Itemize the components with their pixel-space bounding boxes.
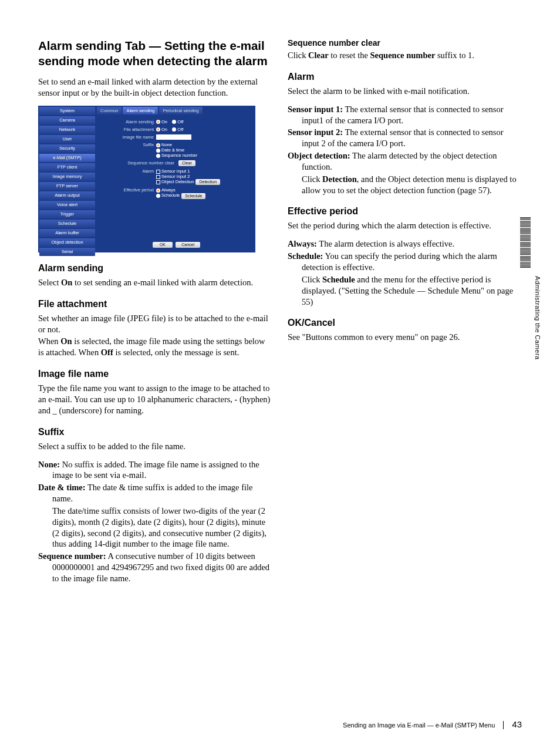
- side-section-label: Administrating the Camera: [534, 276, 541, 360]
- sidebar-item[interactable]: System: [39, 107, 95, 115]
- clear-button[interactable]: Clear: [178, 160, 195, 166]
- checkbox-icon[interactable]: [156, 175, 160, 179]
- para: Select a suffix to be added to the file …: [38, 441, 272, 452]
- radio-icon[interactable]: [156, 149, 160, 153]
- checkbox-icon[interactable]: [156, 170, 160, 174]
- sidebar-item[interactable]: Serial: [39, 248, 95, 256]
- heading-ok-cancel: OK/Cancel: [288, 318, 522, 328]
- app-sidebar: SystemCameraNetworkUserSecuritye-Mail (S…: [39, 107, 95, 257]
- radio-off-icon[interactable]: [172, 127, 176, 132]
- def-object-detection-cont: Click Detection, and the Object detectio…: [288, 174, 522, 196]
- def-sensor2: Sensor input 2: The external sensor that…: [288, 127, 522, 149]
- radio-off-icon[interactable]: [172, 120, 176, 124]
- def-seq-number: Sequence number: A consecutive number of…: [38, 551, 272, 584]
- heading-effective-period: Effective period: [288, 206, 522, 217]
- settings-screenshot: SystemCameraNetworkUserSecuritye-Mail (S…: [38, 106, 255, 252]
- side-tab-graphic: [520, 217, 531, 269]
- para: Set the period during which the alarm de…: [288, 220, 522, 231]
- footer-separator: [503, 721, 504, 729]
- form-label: Suffix: [100, 142, 156, 147]
- para: See "Buttons common to every menu" on pa…: [288, 332, 522, 343]
- footer-text: Sending an Image via E-mail — e-Mail (SM…: [343, 722, 495, 729]
- def-always: Always: The alarm detection is always ef…: [288, 238, 522, 250]
- def-object-detection: Object detection: The alarm detected by …: [288, 150, 522, 173]
- sidebar-item[interactable]: FTP client: [39, 163, 95, 171]
- heading-seq-clear: Sequence number clear: [288, 38, 522, 48]
- para: Type the file name you want to assign to…: [38, 383, 272, 416]
- image-file-name-input[interactable]: [156, 134, 191, 140]
- def-date-time: Date & time: The date & time suffix is a…: [38, 482, 272, 504]
- heading-file-attachment: File attachment: [38, 299, 272, 309]
- def-schedule-cont: Click Schedule and the menu for the effe…: [288, 274, 522, 308]
- right-column: Sequence number clear Click Clear to res…: [288, 38, 522, 585]
- para: Select the alarm to be linked with e-mai…: [288, 86, 522, 97]
- heading-alarm: Alarm: [288, 72, 522, 82]
- sidebar-item[interactable]: Network: [39, 126, 95, 134]
- form-label: Image file name: [100, 134, 156, 140]
- schedule-button[interactable]: Schedule: [181, 193, 205, 199]
- radio-icon[interactable]: [156, 143, 160, 147]
- ok-button[interactable]: OK: [153, 242, 173, 248]
- radio-icon[interactable]: [156, 154, 160, 158]
- intro-paragraph: Set to send an e-mail linked with alarm …: [38, 76, 272, 99]
- sidebar-item[interactable]: Trigger: [39, 210, 95, 218]
- app-form: Alarm sending On Off File attachment On: [97, 117, 254, 204]
- sidebar-item[interactable]: Object detection: [39, 238, 95, 247]
- sidebar-item[interactable]: Camera: [39, 116, 95, 124]
- tab[interactable]: Periodical sending: [159, 107, 202, 114]
- para: When On is selected, the image file made…: [38, 336, 272, 358]
- radio-icon[interactable]: [156, 194, 160, 198]
- def-none: None: No suffix is added. The image file…: [38, 459, 272, 481]
- heading-image-file-name: Image file name: [38, 369, 272, 379]
- radio-icon[interactable]: [156, 188, 160, 193]
- sidebar-item[interactable]: User: [39, 135, 95, 143]
- sidebar-item[interactable]: Schedule: [39, 220, 95, 228]
- heading-suffix: Suffix: [38, 427, 272, 437]
- tab[interactable]: Alarm sending: [123, 107, 158, 114]
- page-footer: Sending an Image via E-mail — e-Mail (SM…: [38, 719, 522, 729]
- sidebar-item[interactable]: Voice alert: [39, 201, 95, 209]
- sidebar-item[interactable]: Image memory: [39, 173, 95, 181]
- para: Click Clear to reset the Sequence number…: [288, 50, 522, 61]
- sidebar-item[interactable]: Alarm buffer: [39, 229, 95, 237]
- form-label: Alarm: [100, 169, 156, 174]
- form-label: Sequence number clear: [100, 160, 177, 166]
- para: Set whether an image file (JPEG file) is…: [38, 313, 272, 335]
- ok-cancel-bar: OK Cancel: [97, 242, 254, 248]
- form-label: Effective period: [100, 187, 156, 193]
- app-tabs: CommonAlarm sendingPeriodical sending: [97, 107, 254, 114]
- left-column: Alarm sending Tab — Setting the e-mail s…: [38, 38, 272, 585]
- sidebar-item[interactable]: Alarm output: [39, 191, 95, 200]
- radio-on-icon[interactable]: [156, 120, 160, 124]
- def-sensor1: Sensor input 1: The external sensor that…: [288, 104, 522, 126]
- sidebar-item[interactable]: e-Mail (SMTP): [39, 154, 95, 162]
- cancel-button[interactable]: Cancel: [176, 242, 200, 248]
- detection-button[interactable]: Detection: [195, 179, 220, 185]
- form-label: File attachment: [100, 127, 156, 132]
- def-schedule: Schedule: You can specify the period dur…: [288, 251, 522, 273]
- def-date-time-cont: The date/time suffix consists of lower t…: [38, 506, 272, 550]
- checkbox-icon[interactable]: [156, 180, 160, 184]
- main-title: Alarm sending Tab — Setting the e-mail s…: [38, 38, 272, 68]
- sidebar-item[interactable]: FTP server: [39, 182, 95, 190]
- app-main: CommonAlarm sendingPeriodical sending Al…: [97, 107, 254, 251]
- form-label: Alarm sending: [100, 119, 156, 124]
- page-number: 43: [512, 719, 522, 729]
- radio-on-icon[interactable]: [156, 127, 160, 132]
- tab[interactable]: Common: [97, 107, 122, 114]
- sidebar-item[interactable]: Security: [39, 144, 95, 153]
- para: Select On to set sending an e-mail linke…: [38, 277, 272, 288]
- heading-alarm-sending: Alarm sending: [38, 263, 272, 274]
